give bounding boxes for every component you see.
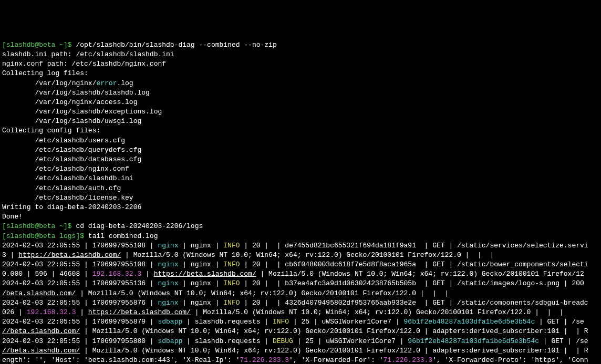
terminal-text-segment: .log bbox=[117, 79, 133, 87]
terminal-line: 2024-02-03 22:05:55 | 1706997955876 | ng… bbox=[2, 298, 599, 308]
terminal-text-segment: //beta.slashdb.com/ bbox=[2, 327, 80, 335]
terminal-text-segment: 2024-02-03 22:05:55 | 1706997955876 | bbox=[2, 299, 158, 307]
terminal-line: /etc/slashdb/auth.cfg bbox=[2, 184, 599, 193]
terminal-text-segment: 192.168.32.3 bbox=[92, 270, 142, 278]
terminal-line: 3 | https://beta.slashdb.com/ | Mozilla/… bbox=[2, 251, 599, 260]
terminal-text-segment: INFO bbox=[223, 279, 240, 287]
terminal-text-segment: sdbapp bbox=[158, 318, 182, 326]
terminal-line: /var/log/slashdb/slashdb.log bbox=[2, 88, 599, 98]
terminal-line: nginx.conf path: /etc/slashdb/nginx.conf bbox=[2, 59, 599, 69]
terminal-text-segment: /var/log/slashdb/uwsgi.log bbox=[2, 117, 141, 125]
terminal-text-segment: 71.226.233.3 bbox=[384, 356, 433, 364]
terminal-line: Done! bbox=[2, 212, 599, 222]
terminal-text-segment: 71.226.233.3 bbox=[240, 356, 289, 364]
terminal-line: /var/log/nginx/error.log bbox=[2, 79, 599, 88]
terminal-text-segment: nginx bbox=[158, 279, 178, 287]
terminal-text-segment: 96b1f2eb48287a103dfa1be6d5e3b54c bbox=[404, 318, 535, 326]
terminal-line: /var/log/nginx/access.log bbox=[2, 98, 599, 107]
terminal-text-segment: /etc/slashdb/querydefs.cfg bbox=[2, 146, 141, 154]
terminal-text-segment: /etc/slashdb/nginx.conf bbox=[2, 165, 129, 173]
terminal-line: [slashdb@beta ~]$ cd diag-beta-20240203-… bbox=[2, 222, 599, 231]
terminal-line: /var/log/slashdb/uwsgi.log bbox=[2, 117, 599, 126]
terminal-line: /etc/slashdb/users.cfg bbox=[2, 136, 599, 145]
terminal-line: Collecting log files: bbox=[2, 69, 599, 78]
terminal-text-segment: error bbox=[96, 79, 117, 87]
terminal-line: 2024-02-03 22:05:55 | 1706997955108 | ng… bbox=[2, 260, 599, 269]
terminal-line: slashdb.ini path: /etc/slashdb/slashdb.i… bbox=[2, 50, 599, 59]
terminal-text-segment: | Mozilla/5.0 (Windows NT 10.0; Win64; x… bbox=[76, 289, 449, 297]
terminal-text-segment: slashdb.ini path: /etc/slashdb/slashdb.i… bbox=[2, 50, 174, 58]
terminal-text-segment: 026 | bbox=[2, 308, 27, 316]
terminal-text-segment: [slashdb@beta logs]$ bbox=[2, 232, 88, 240]
terminal-text-segment: | 20 | | b37ea4afc3a9d1d063024238765b505… bbox=[240, 279, 588, 287]
terminal-text-segment: //beta.slashdb.com/ bbox=[2, 347, 80, 355]
terminal-line: /etc/slashdb/slashdb.ini bbox=[2, 174, 599, 183]
terminal-text-segment: 3 | bbox=[2, 251, 18, 259]
terminal-text-segment: https://beta.slashdb.com/ bbox=[18, 251, 121, 259]
terminal-line: /etc/slashdb/querydefs.cfg bbox=[2, 145, 599, 155]
terminal-text-segment: | 25 | uWSGIWorker1Core7 | bbox=[289, 318, 403, 326]
terminal-line: //beta.slashdb.com/ | Mozilla/5.0 (Windo… bbox=[2, 327, 599, 336]
terminal-text-segment: Writing to diag-beta-20240203-2206 bbox=[2, 203, 141, 211]
terminal-text-segment: | nginx | bbox=[178, 279, 223, 287]
terminal-text-segment: | GET | /se bbox=[539, 337, 588, 345]
terminal-text-segment: [slashdb@beta ~]$ bbox=[2, 41, 76, 49]
terminal-line: Collecting config files: bbox=[2, 126, 599, 136]
terminal-text-segment: | 25 | uWSGIWorker1Core7 | bbox=[293, 337, 408, 345]
terminal-text-segment: ength': '', 'Host': 'beta.slashdb.com:44… bbox=[2, 356, 240, 364]
terminal-line: 2024-02-03 22:05:55 | 1706997955879 | sd… bbox=[2, 317, 599, 327]
terminal-text-segment: ', 'X-Forwarded-Proto': 'https', 'Conn bbox=[432, 356, 588, 364]
terminal-text-segment: /var/log/slashdb/exceptions.log bbox=[2, 108, 162, 116]
terminal-text-segment: DEBUG bbox=[273, 337, 293, 345]
terminal-text-segment: | slashdb.requests | bbox=[182, 337, 273, 345]
terminal-text-segment: https://beta.slashdb.com/ bbox=[88, 308, 191, 316]
terminal-text-segment: | bbox=[141, 270, 153, 278]
terminal-line: ength': '', 'Host': 'beta.slashdb.com:44… bbox=[2, 356, 599, 364]
terminal-text-segment: /etc/slashdb/users.cfg bbox=[2, 137, 125, 144]
terminal-text-segment: /beta.slashdb.com/ bbox=[2, 289, 76, 297]
terminal-text-segment: 2024-02-03 22:05:55 | 1706997955880 | bbox=[2, 337, 158, 345]
terminal-text-segment: | nginx | bbox=[178, 242, 223, 249]
terminal-text-segment: | 20 | | de7455d821bc655321f694da181f9a9… bbox=[240, 242, 588, 249]
terminal-text-segment: INFO bbox=[223, 242, 240, 249]
terminal-text-segment: 192.168.32.3 bbox=[27, 308, 76, 316]
terminal-output[interactable]: [slashdb@beta ~]$ /opt/slashdb/bin/slash… bbox=[2, 40, 599, 364]
terminal-line: 2024-02-03 22:05:55 | 1706997955136 | ng… bbox=[2, 279, 599, 288]
terminal-text-segment: cd diag-beta-20240203-2206/logs bbox=[76, 222, 203, 230]
terminal-text-segment: INFO bbox=[273, 318, 289, 326]
terminal-text-segment: 0.000 | 596 | 46608 | bbox=[2, 270, 92, 278]
terminal-line: //beta.slashdb.com/ | Mozilla/5.0 (Windo… bbox=[2, 346, 599, 356]
terminal-line: /var/log/slashdb/exceptions.log bbox=[2, 107, 599, 117]
terminal-line: /etc/slashdb/databases.cfg bbox=[2, 155, 599, 164]
terminal-line: /etc/slashdb/nginx.conf bbox=[2, 164, 599, 174]
terminal-text-segment: | 20 | | 4326d4079495802df953765aab933e2… bbox=[240, 299, 588, 307]
terminal-text-segment: 2024-02-03 22:05:55 | 1706997955136 | bbox=[2, 279, 158, 287]
terminal-text-segment: /etc/slashdb/license.key bbox=[2, 194, 133, 202]
terminal-text-segment: nginx.conf path: /etc/slashdb/nginx.conf bbox=[2, 60, 166, 68]
terminal-text-segment: 2024-02-03 22:05:55 | 1706997955879 | bbox=[2, 318, 158, 326]
terminal-text-segment: tail combined.log bbox=[88, 232, 158, 240]
terminal-text-segment: INFO bbox=[223, 261, 240, 268]
terminal-line: [slashdb@beta ~]$ /opt/slashdb/bin/slash… bbox=[2, 40, 599, 50]
terminal-text-segment: Done! bbox=[2, 213, 23, 221]
terminal-text-segment: | 20 | | cb6f0480003dc618f7e5d8f8aca1965… bbox=[240, 261, 588, 268]
terminal-line: /beta.slashdb.com/ | Mozilla/5.0 (Window… bbox=[2, 289, 599, 298]
terminal-text-segment: | Mozilla/5.0 (Windows NT 10.0; Win64; x… bbox=[80, 327, 588, 335]
terminal-line: [slashdb@beta logs]$ tail combined.log bbox=[2, 232, 599, 241]
terminal-text-segment: | nginx | bbox=[178, 299, 223, 307]
terminal-text-segment: https://beta.slashdb.com/ bbox=[154, 270, 256, 278]
terminal-text-segment: nginx bbox=[158, 242, 178, 249]
terminal-text-segment: nginx bbox=[158, 261, 178, 268]
terminal-line: Writing to diag-beta-20240203-2206 bbox=[2, 203, 599, 212]
terminal-text-segment: 96b1f2eb48287a103dfa1be6d5e3b54c bbox=[408, 337, 539, 345]
terminal-text-segment: | Mozilla/5.0 (Windows NT 10.0; Win64; x… bbox=[121, 251, 494, 259]
terminal-text-segment: /etc/slashdb/databases.cfg bbox=[2, 155, 141, 163]
terminal-text-segment: | GET | /se bbox=[535, 318, 584, 326]
terminal-text-segment: ', 'X-Forwarded-For': ' bbox=[289, 356, 383, 364]
terminal-text-segment: | Mozilla/5.0 (Windows NT 10.0; Win64; x… bbox=[191, 308, 564, 316]
terminal-text-segment: | bbox=[76, 308, 88, 316]
terminal-text-segment: | slashdb.requests | bbox=[182, 318, 273, 326]
terminal-text-segment: /var/log/slashdb/slashdb.log bbox=[2, 89, 150, 97]
terminal-text-segment: [slashdb@beta ~]$ bbox=[2, 222, 76, 230]
terminal-text-segment: | Mozilla/5.0 (Windows NT 10.0; Win64; x… bbox=[80, 347, 588, 355]
